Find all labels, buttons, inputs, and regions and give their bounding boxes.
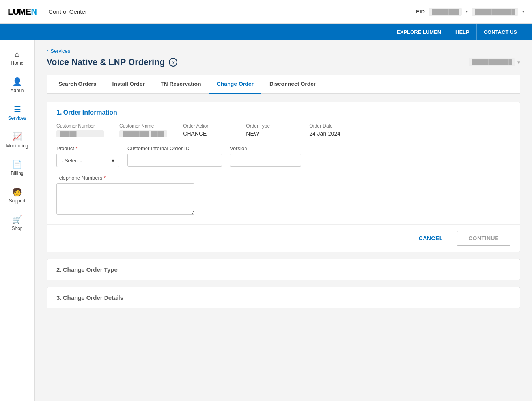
section1-footer: CANCEL CONTINUE — [47, 224, 520, 252]
home-icon: ⌂ — [15, 50, 19, 59]
help-icon[interactable]: ? — [169, 58, 177, 67]
tab-search-orders[interactable]: Search Orders — [50, 75, 105, 94]
account-dropdown-arrow[interactable]: ▾ — [522, 9, 524, 14]
tab-tn-reservation[interactable]: TN Reservation — [153, 75, 209, 94]
page-title-left: Voice Native & LNP Ordering ? — [47, 57, 177, 67]
order-type-field: Order Type NEW — [246, 123, 293, 137]
tab-disconnect-order[interactable]: Disconnect Order — [261, 75, 323, 94]
sidebar-home-label: Home — [11, 60, 23, 66]
sidebar: ⌂ Home 👤 Admin ☰ Services 📈 Monitoring 📄… — [0, 40, 35, 401]
cancel-button[interactable]: CANCEL — [409, 231, 452, 246]
sidebar-item-billing[interactable]: 📄 Billing — [0, 154, 34, 182]
shop-icon: 🛒 — [12, 215, 22, 224]
section-change-order-details: 3. Change Order Details — [47, 287, 520, 308]
nav-contact-us[interactable]: CONTACT US — [476, 24, 524, 40]
page-title: Voice Native & LNP Ordering — [47, 57, 165, 67]
app-title: Control Center — [49, 8, 87, 15]
order-date-label: Order Date — [309, 123, 357, 129]
logo-area: LUMEN Control Center — [8, 7, 87, 17]
customer-number-label: Customer Number — [56, 123, 104, 129]
version-label: Version — [230, 145, 301, 151]
account-value: ████████████ — [472, 8, 518, 16]
product-required-indicator: * — [75, 145, 77, 151]
nav-explore-lumen[interactable]: EXPLORE LUMEN — [390, 24, 448, 40]
form-fields-row: Product * - Select - ▾ Customer Internal… — [56, 145, 510, 167]
sidebar-item-support[interactable]: 🧑 Support — [0, 182, 34, 209]
customer-internal-order-id-input[interactable] — [127, 154, 222, 167]
telephone-numbers-field: Telephone Numbers * — [56, 175, 510, 215]
account-selector-value: ████████████ — [469, 58, 515, 66]
page-title-row: Voice Native & LNP Ordering ? ██████████… — [47, 57, 520, 67]
account-selector-arrow: ▾ — [517, 59, 520, 65]
services-icon: ☰ — [14, 104, 21, 114]
customer-internal-order-id-label: Customer Internal Order ID — [127, 145, 222, 151]
breadcrumb-arrow: ‹ — [47, 48, 48, 54]
section1-header: 1. Order Information — [47, 102, 520, 123]
account-selector[interactable]: ████████████ ▾ — [469, 58, 520, 66]
lumen-logo: LUMEN — [8, 7, 37, 17]
customer-number-field: Customer Number █████ — [56, 123, 104, 137]
version-input[interactable] — [230, 154, 301, 167]
eid-label: EID — [416, 9, 425, 15]
product-select-text: - Select - — [62, 158, 82, 163]
tab-bar: Search Orders Install Order TN Reservati… — [47, 75, 520, 94]
eid-value: ████████ — [429, 8, 462, 16]
section-order-information: 1. Order Information Customer Number ███… — [47, 102, 520, 252]
sidebar-billing-label: Billing — [11, 171, 23, 176]
tab-install-order[interactable]: Install Order — [105, 75, 153, 94]
billing-icon: 📄 — [12, 160, 22, 169]
breadcrumb[interactable]: ‹ Services — [47, 48, 520, 54]
order-action-field: Order Action CHANGE — [183, 123, 230, 137]
top-header: LUMEN Control Center EID ████████ ▾ ████… — [0, 0, 532, 24]
content-area: ‹ Services Voice Native & LNP Ordering ?… — [35, 40, 532, 401]
continue-button[interactable]: CONTINUE — [457, 231, 510, 246]
section3-title: 3. Change Order Details — [56, 294, 123, 301]
telephone-numbers-required-indicator: * — [104, 175, 106, 181]
customer-name-label: Customer Name — [119, 123, 167, 129]
order-info-grid: Customer Number █████ Customer Name ████… — [56, 123, 510, 137]
order-type-label: Order Type — [246, 123, 293, 129]
sidebar-item-admin[interactable]: 👤 Admin — [0, 71, 34, 99]
order-date-field: Order Date 24-Jan-2024 — [309, 123, 357, 137]
version-field: Version — [230, 145, 301, 167]
header-right: EID ████████ ▾ ████████████ ▾ — [416, 8, 524, 16]
order-action-label: Order Action — [183, 123, 230, 129]
customer-internal-order-id-field: Customer Internal Order ID — [127, 145, 222, 167]
customer-name-value: ████████ ████ — [119, 130, 167, 137]
breadcrumb-parent: Services — [50, 48, 70, 54]
customer-number-value: █████ — [56, 130, 104, 137]
telephone-numbers-textarea[interactable] — [56, 183, 194, 215]
section1-body: Customer Number █████ Customer Name ████… — [47, 123, 520, 224]
product-select[interactable]: - Select - ▾ — [56, 154, 119, 167]
section-change-order-type: 2. Change Order Type — [47, 259, 520, 280]
select-chevron-down-icon: ▾ — [112, 157, 114, 163]
order-date-value: 24-Jan-2024 — [309, 130, 357, 137]
tab-change-order[interactable]: Change Order — [209, 75, 261, 94]
customer-name-field: Customer Name ████████ ████ — [119, 123, 167, 137]
order-action-value: CHANGE — [183, 130, 230, 137]
sidebar-item-services[interactable]: ☰ Services — [0, 99, 34, 126]
monitoring-icon: 📈 — [12, 132, 22, 141]
section2-title: 2. Change Order Type — [56, 266, 118, 273]
sidebar-admin-label: Admin — [10, 88, 24, 93]
main-layout: ⌂ Home 👤 Admin ☰ Services 📈 Monitoring 📄… — [0, 40, 532, 401]
product-label: Product * — [56, 145, 119, 151]
order-type-value: NEW — [246, 130, 293, 137]
product-field: Product * - Select - ▾ — [56, 145, 119, 167]
sidebar-item-shop[interactable]: 🛒 Shop — [0, 209, 34, 237]
sidebar-shop-label: Shop — [11, 226, 22, 231]
blue-nav-bar: EXPLORE LUMEN HELP CONTACT US — [0, 24, 532, 40]
sidebar-item-home[interactable]: ⌂ Home — [0, 44, 34, 71]
telephone-numbers-label: Telephone Numbers * — [56, 175, 510, 181]
admin-icon: 👤 — [12, 77, 22, 86]
support-icon: 🧑 — [12, 187, 22, 197]
nav-help[interactable]: HELP — [448, 24, 476, 40]
sidebar-support-label: Support — [9, 198, 25, 204]
eid-dropdown-arrow[interactable]: ▾ — [466, 9, 468, 14]
sidebar-monitoring-label: Monitoring — [6, 143, 28, 149]
sidebar-services-label: Services — [8, 115, 26, 121]
sidebar-item-monitoring[interactable]: 📈 Monitoring — [0, 126, 34, 154]
